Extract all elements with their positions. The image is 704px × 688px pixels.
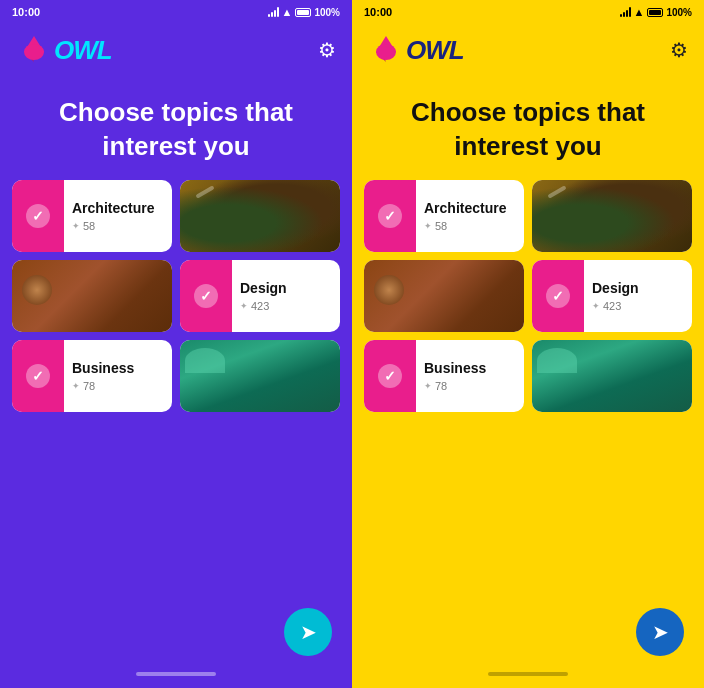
- svg-point-5: [376, 44, 396, 60]
- topic-name-design-left: Design: [240, 280, 332, 296]
- headline-right: Choose topics that interest you: [352, 72, 704, 180]
- checkmark-business-left: ✓: [26, 364, 50, 388]
- app-header-right: OWL ⚙: [352, 24, 704, 72]
- topic-selected-bg-design-right: ✓: [532, 260, 584, 332]
- time-right: 10:00: [364, 6, 392, 18]
- topic-selected-bg-design-left: ✓: [180, 260, 232, 332]
- topic-count-arch-right: 58: [424, 220, 516, 232]
- topic-selected-bg-business-left: ✓: [12, 340, 64, 412]
- topic-card-arts-right[interactable]: Arts & Crafts 121: [364, 260, 524, 332]
- wifi-icon-right: ▲: [634, 6, 645, 18]
- topic-card-business-right[interactable]: ✓ Business 78: [364, 340, 524, 412]
- logo-left: OWL: [16, 32, 112, 68]
- headline-left: Choose topics that interest you: [0, 72, 352, 180]
- culinary-thumb-right: [532, 180, 692, 252]
- topics-row-1-right: ✓ Architecture 58 Culinary 118: [364, 180, 692, 252]
- topic-count-business-left: 78: [72, 380, 164, 392]
- checkmark-design-left: ✓: [194, 284, 218, 308]
- status-icons-left: ▲ 100%: [268, 6, 340, 18]
- fab-right[interactable]: ➤: [636, 608, 684, 656]
- topic-name-business-right: Business: [424, 360, 516, 376]
- wifi-icon-left: ▲: [282, 6, 293, 18]
- settings-icon-right[interactable]: ⚙: [670, 38, 688, 62]
- logo-bird-icon-left: [16, 32, 52, 68]
- status-bar-right: 10:00 ▲ 100%: [352, 0, 704, 24]
- topic-card-business-left[interactable]: ✓ Business 78: [12, 340, 172, 412]
- app-header-left: OWL ⚙: [0, 24, 352, 72]
- topic-name-arch-left: Architecture: [72, 200, 164, 216]
- checkmark-arch-left: ✓: [26, 204, 50, 228]
- topics-row-1-left: ✓ Architecture 58 Culinary 118: [12, 180, 340, 252]
- logo-text-left: OWL: [54, 35, 112, 66]
- bottom-bar-left: [136, 672, 216, 676]
- topic-selected-bg-arch-right: ✓: [364, 180, 416, 252]
- checkmark-business-right: ✓: [378, 364, 402, 388]
- topic-selected-bg-business-right: ✓: [364, 340, 416, 412]
- topic-card-architecture-left[interactable]: ✓ Architecture 58: [12, 180, 172, 252]
- fab-icon-right: ➤: [652, 620, 669, 644]
- arts-thumb-right: [364, 260, 524, 332]
- battery-icon-right: [647, 8, 663, 17]
- topics-row-3-right: ✓ Business 78 Fashion 92: [364, 340, 692, 412]
- topic-count-arch-left: 58: [72, 220, 164, 232]
- topic-card-fashion-right[interactable]: Fashion 92: [532, 340, 692, 412]
- topic-info-business-left: Business 78: [64, 340, 172, 412]
- logo-text-right: OWL: [406, 35, 464, 66]
- signal-icon-left: [268, 7, 279, 17]
- topics-row-3-left: ✓ Business 78 Fashion 92: [12, 340, 340, 412]
- battery-pct-left: 100%: [314, 7, 340, 18]
- settings-icon-left[interactable]: ⚙: [318, 38, 336, 62]
- logo-bird-icon-right: [368, 32, 404, 68]
- checkmark-design-right: ✓: [546, 284, 570, 308]
- culinary-thumb-left: [180, 180, 340, 252]
- arts-thumb-left: [12, 260, 172, 332]
- status-icons-right: ▲ 100%: [620, 6, 692, 18]
- topic-card-arts-left[interactable]: Arts & Crafts 121: [12, 260, 172, 332]
- topic-card-culinary-right[interactable]: Culinary 118: [532, 180, 692, 252]
- right-panel: 10:00 ▲ 100% OWL ⚙ Choose topics that in…: [352, 0, 704, 688]
- battery-icon-left: [295, 8, 311, 17]
- fab-icon-left: ➤: [300, 620, 317, 644]
- topic-name-business-left: Business: [72, 360, 164, 376]
- topic-info-arch-right: Architecture 58: [416, 180, 524, 252]
- fab-left[interactable]: ➤: [284, 608, 332, 656]
- checkmark-arch-right: ✓: [378, 204, 402, 228]
- svg-point-2: [24, 44, 44, 60]
- time-left: 10:00: [12, 6, 40, 18]
- logo-right: OWL: [368, 32, 464, 68]
- left-panel: 10:00 ▲ 100% OWL ⚙ Choose topics that in…: [0, 0, 352, 688]
- topic-card-design-left[interactable]: ✓ Design 423: [180, 260, 340, 332]
- fashion-thumb-right: [532, 340, 692, 412]
- topic-card-fashion-left[interactable]: Fashion 92: [180, 340, 340, 412]
- topic-info-design-left: Design 423: [232, 260, 340, 332]
- topic-name-design-right: Design: [592, 280, 684, 296]
- topic-count-design-left: 423: [240, 300, 332, 312]
- topic-info-business-right: Business 78: [416, 340, 524, 412]
- status-bar-left: 10:00 ▲ 100%: [0, 0, 352, 24]
- fashion-thumb-left: [180, 340, 340, 412]
- topic-count-design-right: 423: [592, 300, 684, 312]
- topics-row-2-left: Arts & Crafts 121 ✓ Design 423: [12, 260, 340, 332]
- topic-selected-bg-arch-left: ✓: [12, 180, 64, 252]
- topic-info-arch-left: Architecture 58: [64, 180, 172, 252]
- topic-info-design-right: Design 423: [584, 260, 692, 332]
- topic-card-design-right[interactable]: ✓ Design 423: [532, 260, 692, 332]
- bottom-bar-right: [488, 672, 568, 676]
- topic-card-architecture-right[interactable]: ✓ Architecture 58: [364, 180, 524, 252]
- battery-pct-right: 100%: [666, 7, 692, 18]
- topic-name-arch-right: Architecture: [424, 200, 516, 216]
- topic-card-culinary-left[interactable]: Culinary 118: [180, 180, 340, 252]
- topics-row-2-right: Arts & Crafts 121 ✓ Design 423: [364, 260, 692, 332]
- signal-icon-right: [620, 7, 631, 17]
- topic-count-business-right: 78: [424, 380, 516, 392]
